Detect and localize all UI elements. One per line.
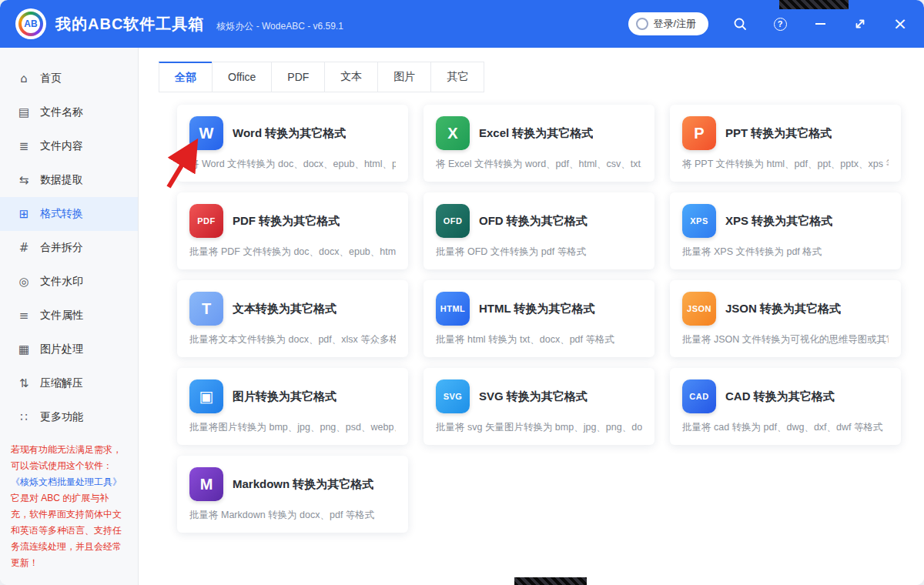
sidebar-item-label: 文件属性 [40, 309, 83, 323]
card-title: Markdown 转换为其它格式 [233, 477, 373, 492]
html-format-icon: HTML [436, 292, 470, 326]
sidebar-item-watermark[interactable]: ◎文件水印 [0, 265, 138, 299]
titlebar-actions: 登录/注册 ? × [628, 12, 909, 35]
tab-pdf[interactable]: PDF [271, 62, 325, 92]
card-description: 批量将 JSON 文件转换为可视化的思维导图或其它格 [682, 333, 889, 346]
ofd-format-icon: OFD [436, 204, 470, 238]
sidebar-item-label: 文件水印 [40, 275, 83, 289]
sidebar-item-home[interactable]: ⌂首页 [0, 62, 138, 95]
tool-card-json[interactable]: JSONJSON 转换为其它格式批量将 JSON 文件转换为可视化的思维导图或其… [670, 280, 901, 357]
tool-card-grid: WWord 转换为其它格式将 Word 文件转换为 doc、docx、epub、… [177, 105, 901, 533]
sidebar-item-label: 图片处理 [40, 343, 83, 356]
sidebar-item-label: 数据提取 [40, 173, 83, 187]
tool-card-html[interactable]: HTMLHTML 转换为其它格式批量将 html 转换为 txt、docx、pd… [424, 280, 654, 357]
card-description: 批量将 OFD 文件转换为 pdf 等格式 [436, 246, 642, 259]
sidebar-item-label: 压缩解压 [40, 376, 83, 390]
tool-card-excel[interactable]: XExcel 转换为其它格式将 Excel 文件转换为 word、pdf、htm… [424, 105, 654, 182]
login-register-button[interactable]: 登录/注册 [628, 12, 708, 35]
tool-card-markdown[interactable]: MMarkdown 转换为其它格式批量将 Markdown 转换为 docx、p… [177, 456, 408, 533]
search-icon[interactable] [732, 15, 748, 32]
close-button[interactable]: × [892, 15, 909, 32]
tool-card-pdf[interactable]: PDFPDF 转换为其它格式批量将 PDF 文件转换为 doc、docx、epu… [177, 192, 408, 269]
main-content: 全部OfficePDF文本图片其它 WWord 转换为其它格式将 Word 文件… [139, 48, 924, 585]
card-title: PPT 转换为其它格式 [725, 126, 832, 141]
maximize-button[interactable] [852, 15, 869, 32]
markdown-format-icon: M [189, 467, 223, 501]
sidebar-nav: ⌂首页▤文件名称≣文件内容⇆数据提取⊞格式转换#合并拆分◎文件水印≡文件属性▦图… [0, 62, 138, 434]
tool-card-word[interactable]: WWord 转换为其它格式将 Word 文件转换为 doc、docx、epub、… [177, 105, 408, 182]
sidebar-item-label: 文件内容 [40, 139, 83, 153]
sidebar-item-image-process[interactable]: ▦图片处理 [0, 333, 138, 366]
app-logo-text: AB [22, 15, 40, 33]
card-title: SVG 转换为其它格式 [479, 389, 588, 404]
tool-card-txt[interactable]: T文本转换为其它格式批量将文本文件转换为 docx、pdf、xlsx 等众多格式 [177, 280, 408, 357]
category-tabs: 全部OfficePDF文本图片其它 [159, 62, 901, 92]
file-content-icon: ≣ [17, 139, 31, 153]
card-title: OFD 转换为其它格式 [479, 214, 588, 229]
help-icon[interactable]: ? [772, 15, 788, 32]
sidebar-item-label: 文件名称 [40, 105, 83, 119]
card-description: 将 Word 文件转换为 doc、docx、epub、html、pd [189, 158, 396, 171]
card-title: 文本转换为其它格式 [233, 302, 336, 316]
user-icon [636, 18, 648, 30]
card-description: 批量将图片转换为 bmp、jpg、png、psd、webp、 [189, 421, 396, 434]
tool-card-ofd[interactable]: OFDOFD 转换为其它格式批量将 OFD 文件转换为 pdf 等格式 [424, 192, 654, 269]
card-description: 批量将文本文件转换为 docx、pdf、xlsx 等众多格式 [189, 333, 396, 346]
sidebar-item-compress[interactable]: ⇅压缩解压 [0, 366, 138, 400]
sidebar-item-file-props[interactable]: ≡文件属性 [0, 299, 138, 333]
card-description: 批量将 cad 转换为 pdf、dwg、dxf、dwf 等格式 [682, 421, 889, 434]
file-name-icon: ▤ [17, 105, 31, 119]
sidebar-item-label: 首页 [40, 72, 62, 85]
excel-format-icon: X [436, 116, 470, 150]
login-register-label: 登录/注册 [653, 17, 696, 31]
tab-image[interactable]: 图片 [377, 62, 431, 92]
card-title: Excel 转换为其它格式 [479, 126, 593, 141]
sidebar-item-label: 更多功能 [40, 410, 83, 424]
sidebar-item-merge-split[interactable]: #合并拆分 [0, 231, 138, 265]
card-description: 批量将 html 转换为 txt、docx、pdf 等格式 [436, 333, 642, 346]
more-features-icon: ∷ [17, 410, 31, 424]
minimize-button[interactable] [812, 15, 829, 32]
sidebar: ⌂首页▤文件名称≣文件内容⇆数据提取⊞格式转换#合并拆分◎文件水印≡文件属性▦图… [0, 48, 139, 585]
sidebar-item-file-name[interactable]: ▤文件名称 [0, 95, 138, 129]
tab-office[interactable]: Office [212, 62, 272, 92]
tab-other[interactable]: 其它 [430, 62, 484, 92]
redaction-block [514, 577, 587, 585]
sidebar-item-format-convert[interactable]: ⊞格式转换 [0, 197, 138, 231]
merge-split-icon: # [17, 241, 31, 255]
card-description: 批量将 Markdown 转换为 docx、pdf 等格式 [189, 509, 396, 522]
card-title: XPS 转换为其它格式 [725, 214, 832, 229]
word-format-icon: W [189, 116, 223, 150]
card-title: HTML 转换为其它格式 [479, 302, 595, 316]
home-icon: ⌂ [17, 72, 31, 85]
data-extract-icon: ⇆ [17, 173, 31, 187]
sidebar-item-label: 格式转换 [40, 207, 83, 221]
compress-icon: ⇅ [17, 376, 31, 390]
xps-format-icon: XPS [682, 204, 716, 238]
pdf-format-icon: PDF [189, 204, 223, 238]
app-title: 我的ABC软件工具箱 [55, 14, 204, 35]
tool-card-xps[interactable]: XPSXPS 转换为其它格式批量将 XPS 文件转换为 pdf 格式 [670, 192, 901, 269]
card-description: 批量将 PDF 文件转换为 doc、docx、epub、html、 [189, 246, 396, 259]
json-format-icon: JSON [682, 292, 716, 326]
tool-card-ppt[interactable]: PPPT 转换为其它格式将 PPT 文件转换为 html、pdf、ppt、ppt… [670, 105, 901, 182]
sidebar-item-data-extract[interactable]: ⇆数据提取 [0, 163, 138, 197]
cad-format-icon: CAD [682, 379, 716, 413]
notice-line2: 它是对 ABC 的扩展与补充，软件界面支持简体中文和英语等多种语言、支持任务流连… [11, 493, 122, 568]
tab-text[interactable]: 文本 [324, 62, 378, 92]
app-window: AB 我的ABC软件工具箱 核烁办公 - WodeABC - v6.59.1 登… [0, 0, 924, 585]
card-description: 批量将 svg 矢量图片转换为 bmp、jpg、png、docx [436, 421, 642, 434]
tool-card-img[interactable]: ▣图片转换为其它格式批量将图片转换为 bmp、jpg、png、psd、webp、 [177, 368, 408, 445]
file-props-icon: ≡ [17, 309, 31, 323]
notice-tool-link[interactable]: 《核烁文档批量处理工具》 [11, 476, 122, 487]
tool-card-svg[interactable]: SVGSVG 转换为其它格式批量将 svg 矢量图片转换为 bmp、jpg、pn… [424, 368, 654, 445]
sidebar-item-file-content[interactable]: ≣文件内容 [0, 129, 138, 163]
format-convert-icon: ⊞ [17, 207, 31, 221]
sidebar-item-more-features[interactable]: ∷更多功能 [0, 400, 138, 434]
card-title: CAD 转换为其它格式 [725, 389, 835, 404]
tool-card-cad[interactable]: CADCAD 转换为其它格式批量将 cad 转换为 pdf、dwg、dxf、dw… [670, 368, 901, 445]
tab-all[interactable]: 全部 [159, 62, 213, 92]
card-title: Word 转换为其它格式 [233, 126, 346, 141]
image-process-icon: ▦ [17, 343, 31, 356]
app-logo-icon: AB [15, 8, 46, 39]
